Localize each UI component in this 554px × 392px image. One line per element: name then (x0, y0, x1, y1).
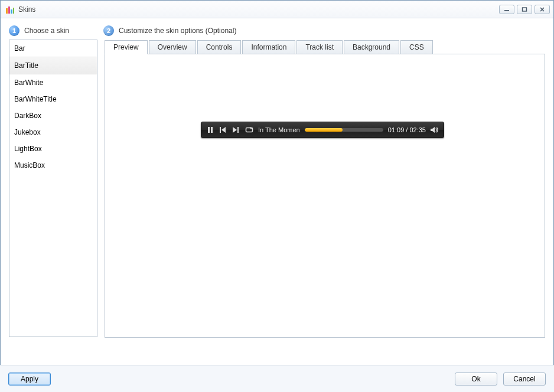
svg-rect-8 (220, 127, 221, 133)
svg-rect-0 (6, 8, 8, 14)
time-display: 01:09 / 02:35 (388, 126, 426, 133)
step-label-2: Customize the skin options (Optional) (119, 27, 236, 35)
svg-marker-14 (431, 127, 435, 133)
svg-marker-10 (233, 127, 237, 133)
footer: Apply Ok Cancel (0, 365, 554, 392)
prev-icon[interactable] (219, 126, 227, 134)
skin-item[interactable]: MusicBox (9, 157, 97, 174)
tab[interactable]: Track list (296, 40, 343, 54)
close-button[interactable] (535, 5, 550, 14)
steps-row: 1 Choose a skin 2 Customize the skin opt… (9, 25, 545, 36)
skin-item[interactable]: DarkBox (9, 107, 97, 124)
skin-item[interactable]: LightBox (9, 141, 97, 157)
app-icon (5, 5, 15, 14)
tab[interactable]: Controls (197, 40, 242, 54)
skin-item[interactable]: BarWhite (9, 74, 97, 91)
progress-bar[interactable] (305, 128, 383, 132)
repeat-icon[interactable] (245, 126, 253, 134)
preview-panel: In The Momen 01:09 / 02:35 (105, 54, 545, 338)
tab[interactable]: Preview (105, 40, 148, 54)
svg-rect-6 (208, 127, 210, 133)
svg-rect-2 (11, 9, 12, 14)
svg-rect-3 (13, 8, 14, 14)
player-bar: In The Momen 01:09 / 02:35 (201, 122, 444, 138)
content-area: 1 Choose a skin 2 Customize the skin opt… (1, 18, 553, 338)
svg-marker-9 (221, 127, 226, 133)
progress-fill (305, 128, 343, 132)
skin-item[interactable]: Bar (9, 40, 97, 57)
svg-rect-1 (8, 6, 10, 14)
tab[interactable]: CSS (400, 40, 433, 54)
cancel-button[interactable]: Cancel (503, 373, 546, 386)
next-icon[interactable] (232, 126, 240, 134)
tab[interactable]: Background (344, 40, 399, 54)
step-badge-1: 1 (9, 25, 19, 36)
svg-rect-4 (504, 10, 509, 11)
svg-rect-11 (237, 127, 239, 133)
skin-item[interactable]: BarWhiteTitle (9, 91, 97, 107)
skin-list[interactable]: BarBarTitleBarWhiteBarWhiteTitleDarkBoxJ… (9, 40, 97, 337)
apply-button[interactable]: Apply (8, 373, 51, 386)
skin-item[interactable]: BarTitle (9, 57, 97, 74)
svg-rect-7 (211, 127, 213, 133)
tab[interactable]: Information (242, 40, 295, 54)
ok-button[interactable]: Ok (455, 373, 497, 386)
volume-icon[interactable] (431, 126, 439, 134)
maximize-button[interactable] (517, 5, 532, 14)
skin-item[interactable]: Jukebox (9, 124, 97, 141)
minimize-button[interactable] (499, 5, 514, 14)
titlebar: Skins (1, 1, 553, 18)
window-controls (499, 5, 550, 14)
step-label-1: Choose a skin (24, 27, 69, 35)
svg-rect-5 (523, 8, 527, 11)
step-badge-2: 2 (103, 25, 114, 36)
window-title: Skins (18, 5, 499, 14)
tab[interactable]: Overview (149, 40, 196, 54)
pause-icon[interactable] (206, 126, 214, 134)
track-title: In The Momen (258, 126, 300, 133)
tab-bar: PreviewOverviewControlsInformationTrack … (105, 40, 545, 54)
